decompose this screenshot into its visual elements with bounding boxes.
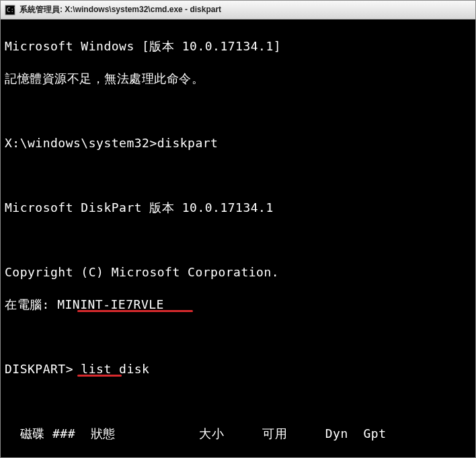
- app-icon: C:\: [5, 5, 15, 15]
- terminal-line: [5, 103, 471, 119]
- terminal-line: X:\windows\system32>diskpart: [5, 135, 471, 151]
- terminal-line: 記憶體資源不足，無法處理此命令。: [5, 71, 471, 87]
- svg-text:C:\: C:\: [7, 7, 15, 13]
- terminal-line: Microsoft Windows [版本 10.0.17134.1]: [5, 38, 471, 54]
- window-titlebar[interactable]: C:\ 系統管理員: X:\windows\system32\cmd.exe -…: [1, 1, 475, 20]
- terminal-line: [5, 232, 471, 248]
- annotation-underline: [77, 375, 122, 377]
- annotation-underline: [77, 310, 193, 312]
- terminal-output[interactable]: Microsoft Windows [版本 10.0.17134.1] 記憶體資…: [1, 20, 475, 457]
- terminal-line: [5, 167, 471, 184]
- terminal-line: Copyright (C) Microsoft Corporation.: [5, 264, 471, 280]
- terminal-line: Microsoft DiskPart 版本 10.0.17134.1: [5, 200, 471, 216]
- terminal-line: DISKPART> list disk: [5, 361, 471, 377]
- terminal-line: [5, 329, 471, 345]
- terminal-line: 在電腦: MININT-IE7RVLE: [5, 297, 471, 313]
- terminal-line: 磁碟 ### 狀態 大小 可用 Dyn Gpt: [5, 426, 471, 442]
- window-title: 系統管理員: X:\windows\system32\cmd.exe - dis…: [19, 4, 221, 15]
- terminal-line: [5, 393, 471, 410]
